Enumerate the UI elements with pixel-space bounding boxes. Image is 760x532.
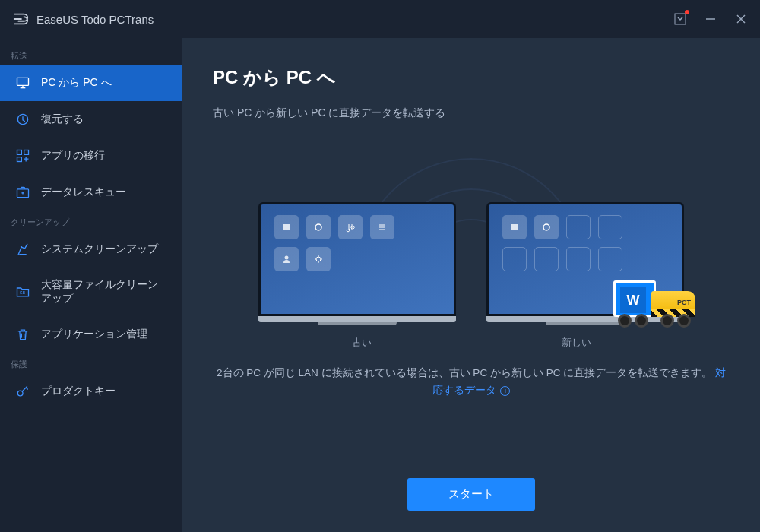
svg-rect-21 (511, 224, 518, 230)
sidebar-item-label: システムクリーンアップ (41, 242, 158, 256)
app-title: EaseUS Todo PCTrans (36, 13, 154, 26)
restore-icon (15, 112, 30, 127)
sidebar-item-label: データレスキュー (41, 185, 126, 199)
sidebar-item-product-key[interactable]: プロダクトキー (0, 373, 182, 410)
sidebar-section-protect: 保護 (0, 353, 182, 373)
new-pc-label: 新しい (562, 336, 591, 350)
sidebar-item-label: プロダクトキー (41, 385, 116, 398)
sidebar-item-restore[interactable]: 復元する (0, 101, 182, 138)
window-controls (673, 12, 748, 26)
minimize-icon (705, 14, 716, 24)
sidebar-item-label: アプリの移行 (41, 149, 105, 163)
dropdown-box-icon (674, 13, 686, 25)
folder-size-icon: GB (15, 284, 30, 299)
trash-icon (15, 327, 30, 342)
minimize-button[interactable] (704, 12, 717, 26)
svg-rect-8 (17, 150, 22, 155)
monitor-icon (15, 75, 30, 90)
start-button[interactable]: スタート (407, 478, 535, 511)
truck-icon: W PCT (613, 280, 697, 328)
description: 2台の PC が同じ LAN に接続されている場合は、古い PC から新しい P… (213, 365, 730, 400)
sidebar-item-large-file-cleanup[interactable]: GB 大容量ファイルクリーンアップ (0, 268, 182, 316)
notifications-button[interactable] (673, 12, 687, 26)
svg-point-22 (543, 224, 549, 230)
sidebar-item-data-rescue[interactable]: データレスキュー (0, 174, 182, 211)
svg-point-13 (17, 391, 23, 396)
svg-rect-10 (17, 157, 22, 162)
sidebar-item-system-cleanup[interactable]: システムクリーンアップ (0, 231, 182, 268)
page-subtitle: 古い PC から新しい PC に直接データを転送する (213, 106, 730, 120)
sidebar-item-label: 大容量ファイルクリーンアップ (41, 278, 167, 306)
svg-text:GB: GB (20, 290, 26, 295)
app-logo: EaseUS Todo PCTrans (12, 11, 154, 27)
sidebar-item-label: PC から PC へ (41, 76, 112, 90)
key-icon (15, 384, 30, 399)
sidebar: 転送 PC から PC へ 復元する アプリの移行 データレスキュー (0, 38, 182, 532)
svg-point-15 (315, 224, 321, 230)
svg-rect-9 (24, 150, 29, 155)
content-pane: PC から PC へ 古い PC から新しい PC に直接データを転送する (182, 38, 760, 532)
info-icon: i (500, 386, 510, 396)
titlebar: EaseUS Todo PCTrans (0, 0, 760, 38)
svg-point-20 (316, 257, 321, 261)
sidebar-item-label: 復元する (41, 112, 84, 126)
sidebar-item-app-management[interactable]: アプリケーション管理 (0, 316, 182, 353)
sidebar-item-app-migration[interactable]: アプリの移行 (0, 138, 182, 174)
broom-icon (15, 242, 30, 257)
illustration: W PCT (213, 143, 730, 325)
old-pc-label: 古い (352, 336, 372, 350)
page-title: PC から PC へ (213, 65, 730, 90)
svg-point-19 (285, 256, 289, 260)
sidebar-section-transfer: 転送 (0, 44, 182, 65)
close-icon (736, 14, 746, 24)
sidebar-item-label: アプリケーション管理 (41, 328, 147, 341)
svg-rect-4 (17, 78, 29, 85)
pc-labels: 古い 新しい (213, 336, 730, 350)
new-pc-graphic: W PCT (486, 202, 684, 325)
close-button[interactable] (734, 12, 748, 26)
sidebar-section-cleanup: クリーンアップ (0, 211, 182, 231)
easeus-logo-icon (12, 11, 29, 27)
sidebar-item-pc-to-pc[interactable]: PC から PC へ (0, 65, 182, 101)
apps-icon (15, 148, 30, 163)
notification-dot-icon (685, 10, 689, 14)
briefcase-plus-icon (15, 185, 30, 200)
svg-rect-14 (283, 224, 290, 230)
old-pc-graphic (258, 202, 456, 325)
